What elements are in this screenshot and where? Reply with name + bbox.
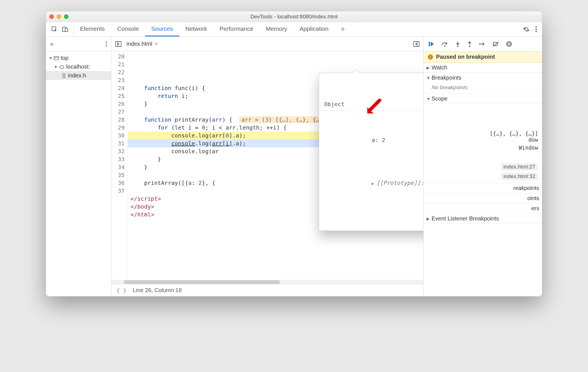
popup-property-value: 2 [382, 137, 385, 143]
svg-rect-23 [509, 43, 510, 45]
watch-section[interactable]: ▶ Watch [424, 63, 542, 73]
editor-horizontal-scrollbar[interactable] [111, 280, 423, 284]
tabs-overflow-button[interactable]: » [335, 22, 351, 36]
chevron-right-icon: ▶ [426, 65, 430, 70]
popup-property-key: a [372, 137, 375, 143]
svg-point-7 [106, 43, 107, 45]
svg-point-16 [444, 45, 445, 46]
xhr-breakpoints-section[interactable]: oints [424, 193, 542, 203]
pretty-print-icon[interactable]: { } [116, 287, 127, 294]
scope-line: Window [428, 145, 538, 151]
tree-frame-label: top [61, 55, 68, 61]
line-number[interactable]: 29 [111, 124, 125, 132]
global-listeners-section[interactable]: ers [424, 203, 542, 214]
callstack-row[interactable]: index.html:27 [424, 162, 542, 172]
navigator-pane: » ▼ top ▼ localhost: [46, 37, 111, 296]
step-icon[interactable] [479, 41, 486, 47]
line-number[interactable]: 21 [111, 60, 125, 68]
tab-console[interactable]: Console [111, 22, 145, 36]
line-number[interactable]: 37 [111, 187, 125, 195]
resume-icon[interactable] [428, 41, 434, 47]
minimize-window-button[interactable] [57, 14, 61, 19]
line-number[interactable]: 28 [111, 116, 125, 124]
editor-file-tab[interactable]: index.html × [127, 41, 158, 47]
tree-file-index-html[interactable]: index.h [46, 71, 111, 80]
tree-origin[interactable]: ▼ localhost: [46, 62, 111, 71]
tab-memory[interactable]: Memory [260, 22, 293, 36]
line-number[interactable]: 36 [111, 179, 125, 187]
scope-section[interactable]: ▼ Scope [424, 94, 542, 104]
tab-sources[interactable]: Sources [145, 22, 179, 36]
inspect-element-icon[interactable] [51, 26, 58, 33]
line-number[interactable]: 30 [111, 132, 125, 139]
callstack-row[interactable]: index.html:32 [424, 172, 542, 181]
toggle-device-toolbar-icon[interactable] [62, 26, 68, 33]
line-number[interactable]: 33 [111, 155, 125, 163]
line-number[interactable]: 22 [111, 68, 125, 76]
toggle-navigator-icon[interactable] [115, 41, 121, 47]
scope-title: Scope [432, 95, 448, 102]
close-window-button[interactable] [49, 14, 54, 19]
file-icon [62, 73, 66, 78]
tab-elements[interactable]: Elements [74, 22, 111, 36]
breakpoints-section[interactable]: ▼ Breakpoints No breakpoints [424, 73, 542, 94]
scope-values-partial: [{…}, {…}, {…}] dow Window [424, 104, 542, 154]
svg-point-8 [106, 45, 107, 47]
topbar: Elements Console Sources Network Perform… [46, 22, 542, 37]
scope-line: dow [428, 137, 538, 143]
dom-breakpoints-section[interactable]: reakpoints [424, 183, 542, 193]
chevron-down-icon: ▼ [49, 56, 52, 60]
settings-gear-icon[interactable] [523, 26, 530, 33]
navigator-menu-icon[interactable] [105, 41, 107, 47]
line-number[interactable]: 23 [111, 76, 125, 84]
line-number[interactable]: 24 [111, 84, 125, 92]
line-number[interactable]: 25 [111, 92, 125, 100]
step-over-icon[interactable] [441, 41, 448, 47]
popup-property-row[interactable]: a: 2 [319, 126, 423, 154]
line-number[interactable]: 31 [111, 139, 125, 147]
editor-statusbar: { } Line 26, Column 18 [111, 284, 423, 296]
svg-rect-25 [430, 56, 431, 58]
svg-rect-2 [65, 28, 68, 32]
toggle-debugger-icon[interactable] [413, 41, 419, 47]
line-number[interactable]: 34 [111, 163, 125, 171]
step-out-icon[interactable] [467, 41, 472, 47]
deactivate-breakpoints-icon[interactable] [492, 41, 499, 47]
value-hover-popup: Object a: 2 ▶ [[Prototype]]: Object [319, 73, 423, 231]
line-number[interactable]: 27 [111, 108, 125, 116]
dom-breakpoints-title: reakpoints [513, 185, 539, 191]
topbar-right-icons [518, 22, 542, 36]
tab-performance[interactable]: Performance [213, 22, 260, 36]
line-number[interactable]: 32 [111, 147, 125, 155]
event-listener-breakpoints-section[interactable]: ▶ Event Listener Breakpoints [424, 214, 542, 224]
debugger-toolbar [424, 37, 542, 51]
topbar-left-icons [46, 22, 74, 36]
step-into-icon[interactable] [455, 41, 460, 47]
tab-network[interactable]: Network [179, 22, 213, 36]
frame-icon [54, 56, 59, 60]
popup-prototype-row[interactable]: ▶ [[Prototype]]: Object [319, 169, 423, 197]
breakpoints-empty-text: No breakpoints [424, 83, 542, 93]
line-gutter: 202122232425262728293031323334353637 [111, 51, 128, 280]
breakpoints-title: Breakpoints [432, 75, 461, 81]
line-number[interactable]: 35 [111, 171, 125, 179]
navigator-overflow-button[interactable]: » [50, 41, 54, 47]
code-editor[interactable]: 202122232425262728293031323334353637 Obj… [111, 51, 423, 280]
watch-title: Watch [432, 64, 447, 71]
svg-rect-22 [508, 43, 509, 45]
tree-origin-label: localhost: [66, 64, 90, 70]
chevron-down-icon: ▼ [426, 97, 430, 101]
svg-rect-15 [429, 42, 430, 46]
svg-point-26 [430, 55, 431, 56]
close-tab-icon[interactable]: × [154, 41, 158, 47]
tree-frame-top[interactable]: ▼ top [46, 54, 111, 62]
code-content[interactable]: Object a: 2 ▶ [[Prototype]]: Object func… [128, 51, 423, 280]
zoom-window-button[interactable] [64, 14, 68, 19]
tab-application[interactable]: Application [293, 22, 335, 36]
pause-on-exceptions-icon[interactable] [506, 41, 512, 47]
line-number[interactable]: 20 [111, 52, 125, 60]
scope-line: [{…}, {…}, {…}] [428, 130, 538, 137]
svg-point-6 [106, 41, 107, 42]
line-number[interactable]: 26 [111, 100, 125, 108]
kebab-menu-icon[interactable] [535, 26, 537, 32]
